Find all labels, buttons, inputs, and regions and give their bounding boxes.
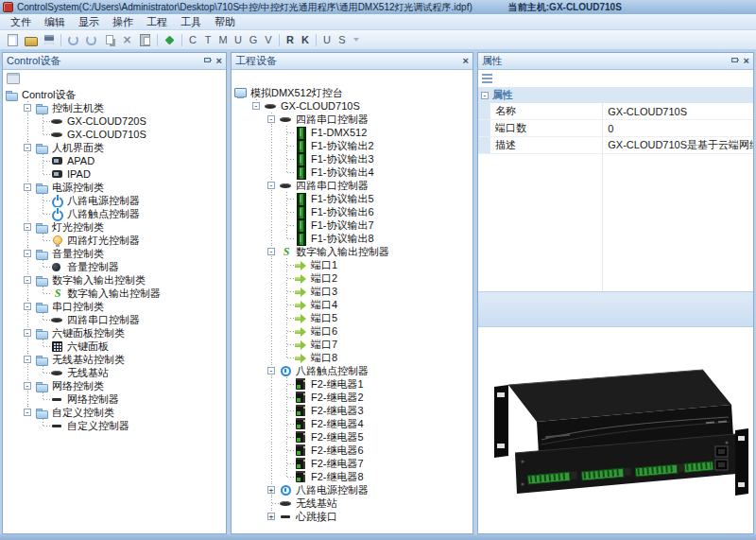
panel-window-icon[interactable] bbox=[7, 73, 20, 84]
letter-button-R[interactable]: R bbox=[283, 33, 298, 46]
tree-item[interactable]: Control设备 bbox=[6, 88, 226, 101]
property-value[interactable]: 0 bbox=[603, 120, 753, 136]
tree-item[interactable]: 八路触点控制器 bbox=[6, 207, 226, 220]
letter-button-V[interactable]: V bbox=[261, 33, 276, 46]
tree-item[interactable]: F1-DMX512 bbox=[234, 126, 472, 139]
tree-item[interactable]: 端口6 bbox=[234, 324, 472, 338]
paste-icon[interactable] bbox=[137, 32, 153, 47]
letter-button-T[interactable]: T bbox=[200, 33, 215, 46]
menu-item-编辑[interactable]: 编辑 bbox=[38, 14, 72, 30]
tree-item[interactable]: F2-继电器7 bbox=[234, 457, 472, 470]
tree-expander[interactable]: + bbox=[267, 486, 275, 494]
tree-item[interactable]: 端口1 bbox=[234, 258, 472, 271]
tree-item[interactable]: -数字输入输出控制类 bbox=[6, 273, 226, 287]
tree-expander[interactable]: - bbox=[24, 144, 31, 151]
undo-icon[interactable] bbox=[65, 32, 81, 47]
letter-button-C[interactable]: C bbox=[185, 33, 200, 46]
tree-item[interactable]: F1-协议输出5 bbox=[234, 192, 472, 205]
tree-expander[interactable]: - bbox=[24, 276, 31, 284]
close-icon[interactable]: × bbox=[216, 57, 222, 65]
tree-item[interactable]: 自定义控制器 bbox=[6, 419, 226, 432]
tree-item[interactable]: APAD bbox=[6, 154, 226, 167]
tree-item[interactable]: 端口8 bbox=[234, 351, 472, 364]
tree-item[interactable]: -网络控制类 bbox=[6, 379, 226, 392]
title-bar[interactable]: ControlSystem(C:/Users\Administrator\Des… bbox=[0, 0, 756, 14]
tree-item[interactable]: -控制主机类 bbox=[6, 101, 226, 114]
tree-item[interactable]: -S数字输入输出控制器 bbox=[234, 245, 472, 258]
menu-item-帮助[interactable]: 帮助 bbox=[208, 14, 242, 30]
tree-item[interactable]: F2-继电器4 bbox=[234, 417, 472, 430]
tree-item[interactable]: F2-继电器2 bbox=[234, 391, 472, 404]
menu-item-工具[interactable]: 工具 bbox=[174, 14, 208, 30]
tree-item[interactable]: -人机界面类 bbox=[6, 141, 226, 154]
redo-icon[interactable] bbox=[83, 32, 99, 47]
pin-icon[interactable] bbox=[203, 57, 212, 65]
tree-item[interactable]: -八路触点控制器 bbox=[234, 364, 472, 377]
tree-item[interactable]: -四路串口控制器 bbox=[234, 113, 472, 126]
tree-expander[interactable]: - bbox=[267, 367, 275, 375]
menu-item-操作[interactable]: 操作 bbox=[106, 14, 140, 30]
tree-item[interactable]: F2-继电器1 bbox=[234, 377, 472, 391]
tree-item[interactable]: -GX-CLOUD710S bbox=[234, 99, 472, 113]
tree-expander[interactable]: - bbox=[24, 382, 31, 390]
tree-expander[interactable]: - bbox=[24, 303, 31, 310]
tree-item[interactable]: 模拟DMX512灯控台 bbox=[234, 86, 472, 99]
tree-expander[interactable]: - bbox=[24, 356, 31, 363]
tree-item[interactable]: F2-继电器8 bbox=[234, 470, 472, 483]
tree-item[interactable]: -四路串口控制器 bbox=[234, 179, 472, 192]
tree-item[interactable]: S数字输入输出控制器 bbox=[6, 287, 226, 300]
tree-item[interactable]: +心跳接口 bbox=[234, 510, 472, 523]
tree-item[interactable]: 端口7 bbox=[234, 338, 472, 351]
tree-expander[interactable]: - bbox=[24, 409, 31, 416]
menu-item-工程[interactable]: 工程 bbox=[140, 14, 174, 30]
tree-item[interactable]: 四路串口控制器 bbox=[6, 313, 226, 326]
property-value[interactable]: GX-CLOUD710S bbox=[603, 103, 753, 119]
tree-expander[interactable]: + bbox=[267, 513, 275, 520]
group-collapse-icon[interactable]: - bbox=[481, 92, 489, 99]
tree-item[interactable]: 四路灯光控制器 bbox=[6, 234, 226, 247]
tree-item[interactable]: -无线基站控制类 bbox=[6, 353, 226, 366]
letter-button-M[interactable]: M bbox=[215, 33, 231, 46]
tree-expander[interactable]: - bbox=[267, 182, 275, 189]
tree-item[interactable]: 端口5 bbox=[234, 311, 472, 324]
letter-button-S[interactable]: S bbox=[335, 33, 350, 46]
tree-item[interactable]: 音量控制器 bbox=[6, 260, 226, 273]
property-row[interactable]: 端口数0 bbox=[478, 120, 753, 137]
tree-item[interactable]: 网络控制器 bbox=[6, 392, 226, 406]
letter-button-U[interactable]: U bbox=[231, 33, 246, 46]
tree-item[interactable]: F1-协议输出7 bbox=[234, 218, 472, 232]
pin-icon[interactable] bbox=[730, 57, 739, 65]
tree-item[interactable]: 端口2 bbox=[234, 271, 472, 285]
tree-item[interactable]: +八路电源控制器 bbox=[234, 483, 472, 496]
tree-item[interactable]: F1-协议输出4 bbox=[234, 165, 472, 179]
open-folder-icon[interactable] bbox=[23, 32, 39, 47]
toolbar-overflow-icon[interactable] bbox=[353, 38, 359, 42]
tree-item[interactable]: -自定义控制类 bbox=[6, 406, 226, 419]
tree-item[interactable]: 六键面板 bbox=[6, 340, 226, 353]
tree-expander[interactable]: - bbox=[24, 250, 31, 257]
tree-expander[interactable]: - bbox=[252, 102, 260, 110]
tree-item[interactable]: -音量控制类 bbox=[6, 247, 226, 260]
property-value[interactable]: GX-CLOUD710S是基于云端网络通讯... bbox=[603, 137, 753, 153]
tree-expander[interactable]: - bbox=[24, 329, 31, 337]
tree-item[interactable]: -六键面板控制类 bbox=[6, 326, 226, 340]
menu-item-显示[interactable]: 显示 bbox=[72, 14, 106, 30]
property-row[interactable]: 名称GX-CLOUD710S bbox=[478, 103, 753, 120]
letter-button-G[interactable]: G bbox=[246, 33, 261, 46]
tree-item[interactable]: -电源控制类 bbox=[6, 181, 226, 194]
tree-item[interactable]: F2-继电器5 bbox=[234, 430, 472, 444]
tree-item[interactable]: F1-协议输出8 bbox=[234, 232, 472, 245]
tree-item[interactable]: 无线基站 bbox=[234, 496, 472, 510]
tree-item[interactable]: F1-协议输出6 bbox=[234, 205, 472, 218]
tree-item[interactable]: 端口3 bbox=[234, 285, 472, 298]
property-group-row[interactable]: - 属性 bbox=[478, 87, 753, 103]
close-icon[interactable]: × bbox=[744, 57, 749, 65]
tree-expander[interactable]: - bbox=[24, 223, 31, 231]
tree-expander[interactable]: - bbox=[267, 115, 275, 123]
tree-item[interactable]: F2-继电器3 bbox=[234, 404, 472, 417]
property-sort-icon[interactable] bbox=[482, 74, 492, 83]
tree-item[interactable]: GX-CLOUD710S bbox=[6, 128, 226, 141]
tree-item[interactable]: -灯光控制类 bbox=[6, 220, 226, 234]
tree-item[interactable]: GX-CLOUD720S bbox=[6, 114, 226, 128]
tree-item[interactable]: F1-协议输出3 bbox=[234, 152, 472, 165]
